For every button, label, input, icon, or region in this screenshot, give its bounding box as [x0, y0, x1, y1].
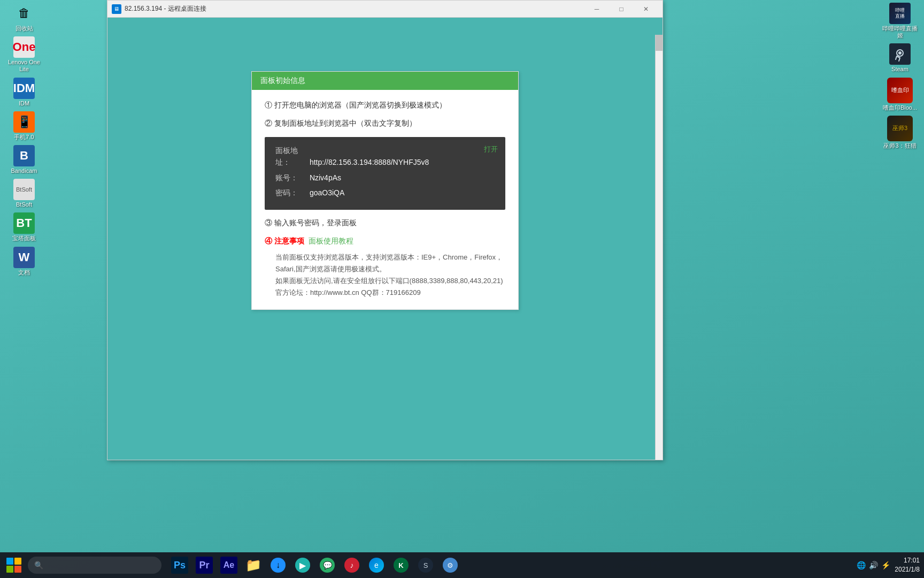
phone-icon: 📱 — [13, 111, 35, 133]
close-button[interactable]: ✕ — [634, 1, 658, 18]
password-row: 密码： goaO3iQA — [275, 187, 495, 199]
taskbar-app-game[interactable]: ▶ — [291, 553, 314, 577]
notice-tutorial-link[interactable]: 面板使用教程 — [309, 237, 353, 246]
desktop-icon-bloodstained[interactable]: 嗜血印 嗜血印Bloo... — [881, 78, 919, 111]
aftereffects-icon: Ae — [220, 557, 237, 574]
lenovo-icon: One — [13, 36, 35, 58]
panel-step-3: ③ 输入账号密码，登录面板 — [265, 218, 505, 228]
file-explorer-icon: 📁 — [245, 558, 261, 573]
taskbar-right: 🌐 🔊 ⚡ 17:01 2021/1/8 — [857, 556, 920, 574]
panel-container: 面板初始信息 ① 打开您电脑的浏览器（国产浏览器切换到极速模式） ② 复制面板地… — [251, 71, 519, 310]
edge-icon: e — [369, 558, 384, 573]
taskbar-app-steam[interactable]: S — [414, 553, 437, 577]
search-icon: 🔍 — [34, 561, 43, 569]
desktop-icons-right: 哔哩直播 哔哩哔哩直播姬 Steam 嗜血印 嗜血印Bloo... 巫师3 — [881, 3, 919, 149]
taskbar-clock[interactable]: 17:01 2021/1/8 — [895, 556, 920, 574]
desktop-icon-word[interactable]: W 文档 — [5, 247, 43, 276]
account-label: 账号： — [275, 172, 307, 184]
start-button[interactable] — [2, 553, 26, 577]
taskbar-search[interactable]: 🔍 — [28, 557, 161, 574]
taskbar-app-ae[interactable]: Ae — [217, 553, 241, 577]
desktop-icon-baota[interactable]: BT 宝塔面板 — [5, 212, 43, 242]
taskbar-app-download[interactable]: ↓ — [266, 553, 290, 577]
taskbar-app-photoshop[interactable]: Ps — [168, 553, 191, 577]
panel-info-box: 面板地址： http://82.156.3.194:8888/NYHFJ5v8 … — [265, 137, 505, 210]
photoshop-icon: Ps — [171, 557, 188, 574]
premiere-icon: Pr — [196, 557, 213, 574]
taskbar-apps: Ps Pr Ae 📁 ↓ ▶ 💬 ♪ e — [168, 553, 462, 577]
desktop-icon-btsoft[interactable]: BtSoft BtSoft — [5, 179, 43, 208]
panel-body: ① 打开您电脑的浏览器（国产浏览器切换到极速模式） ② 复制面板地址到浏览器中（… — [252, 90, 518, 309]
kaspersky-icon: K — [394, 558, 409, 573]
desktop: 🗑 回收站 One Lenovo One Lite IDM IDM 📱 手机7.… — [0, 0, 924, 578]
phone-label: 手机7.0 — [14, 134, 34, 141]
idm-icon: IDM — [13, 78, 35, 99]
taskbar-app-edge[interactable]: e — [365, 553, 388, 577]
netease-icon: ♪ — [344, 558, 359, 573]
window-icon: 🖥 — [112, 4, 121, 14]
window-controls: ─ □ ✕ — [584, 1, 658, 18]
desktop-icon-bandicam[interactable]: B Bandicam — [5, 145, 43, 174]
maximize-button[interactable]: □ — [609, 1, 634, 18]
url-row: 面板地址： http://82.156.3.194:8888/NYHFJ5v8 … — [275, 144, 495, 169]
panel-notice-text: 当前面板仅支持浏览器版本，支持浏览器版本：IE9+，Chrome，Firefox… — [265, 252, 505, 299]
volume-icon[interactable]: 🔊 — [869, 561, 878, 569]
remote-desktop-window: 🖥 82.156.3.194 - 远程桌面连接 ─ □ ✕ 面板初始信息 ① 打… — [107, 0, 663, 460]
battery-icon[interactable]: ⚡ — [881, 561, 890, 569]
recycle-bin-label: 回收站 — [16, 25, 33, 32]
system-icon: ⚙ — [443, 558, 458, 573]
steam-icon — [889, 43, 911, 65]
url-label: 面板地址： — [275, 144, 307, 169]
taskbar: 🔍 Ps Pr Ae 📁 ↓ ▶ 💬 — [0, 552, 924, 578]
step2-text: ② 复制面板地址到浏览器中（双击文字复制） — [265, 119, 417, 128]
taskbar-app-premiere[interactable]: Pr — [192, 553, 216, 577]
password-value[interactable]: goaO3iQA — [310, 188, 344, 197]
bilibili-icon: 哔哩直播 — [889, 3, 911, 24]
bandicam-label: Bandicam — [11, 168, 37, 174]
notice-label: ④ 注意事项 — [265, 237, 304, 246]
taskbar-app-wechat[interactable]: 💬 — [315, 553, 339, 577]
taskbar-tray: 🌐 🔊 ⚡ — [857, 561, 890, 569]
windows-logo-icon — [6, 558, 21, 573]
window-scrollbar[interactable] — [655, 35, 663, 460]
desktop-icon-recycle[interactable]: 🗑 回收站 — [5, 3, 43, 32]
taskbar-app-netease[interactable]: ♪ — [340, 553, 364, 577]
baota-icon: BT — [13, 212, 35, 234]
desktop-icon-bilibili[interactable]: 哔哩直播 哔哩哔哩直播姬 — [881, 3, 919, 39]
desktop-icons-left: 🗑 回收站 One Lenovo One Lite IDM IDM 📱 手机7.… — [5, 3, 43, 276]
idm-label: IDM — [19, 100, 29, 107]
clock-time: 17:01 — [895, 556, 920, 565]
account-row: 账号： Nziv4pAs — [275, 172, 495, 184]
steam-label: Steam — [891, 66, 908, 73]
bloodstained-label: 嗜血印Bloo... — [883, 104, 917, 111]
desktop-icon-steam[interactable]: Steam — [881, 43, 919, 73]
panel-header: 面板初始信息 — [252, 72, 518, 90]
taskbar-app-system[interactable]: ⚙ — [438, 553, 462, 577]
panel-notice-header: ④ 注意事项 面板使用教程 — [265, 237, 505, 246]
baota-label: 宝塔面板 — [12, 235, 36, 242]
open-url-button[interactable]: 打开 — [484, 144, 498, 154]
window-title: 82.156.3.194 - 远程桌面连接 — [125, 4, 584, 13]
desktop-icon-lenovo[interactable]: One Lenovo One Lite — [5, 36, 43, 73]
taskbar-app-kaspersky[interactable]: K — [389, 553, 413, 577]
step3-text: ③ 输入账号密码，登录面板 — [265, 218, 357, 228]
witcher-label: 巫师3：狂猎 — [883, 142, 916, 149]
word-icon: W — [13, 247, 35, 268]
bandicam-icon: B — [13, 145, 35, 166]
minimize-button[interactable]: ─ — [584, 1, 609, 18]
desktop-icon-witcher[interactable]: 巫师3 巫师3：狂猎 — [881, 116, 919, 149]
btsoft-icon: BtSoft — [13, 179, 35, 200]
panel-step-1: ① 打开您电脑的浏览器（国产浏览器切换到极速模式） — [265, 101, 505, 110]
recycle-bin-icon: 🗑 — [13, 3, 35, 24]
game-platform-icon: ▶ — [295, 558, 310, 573]
taskbar-app-explorer[interactable]: 📁 — [242, 553, 265, 577]
account-value[interactable]: Nziv4pAs — [310, 173, 341, 182]
network-icon[interactable]: 🌐 — [857, 561, 866, 569]
password-label: 密码： — [275, 187, 307, 199]
desktop-icon-idm[interactable]: IDM IDM — [5, 78, 43, 107]
lenovo-label: Lenovo One Lite — [5, 59, 43, 73]
scrollbar-thumb[interactable] — [656, 35, 663, 51]
bloodstained-icon: 嗜血印 — [887, 78, 913, 103]
url-value[interactable]: http://82.156.3.194:8888/NYHFJ5v8 — [310, 158, 429, 166]
desktop-icon-phone[interactable]: 📱 手机7.0 — [5, 111, 43, 141]
